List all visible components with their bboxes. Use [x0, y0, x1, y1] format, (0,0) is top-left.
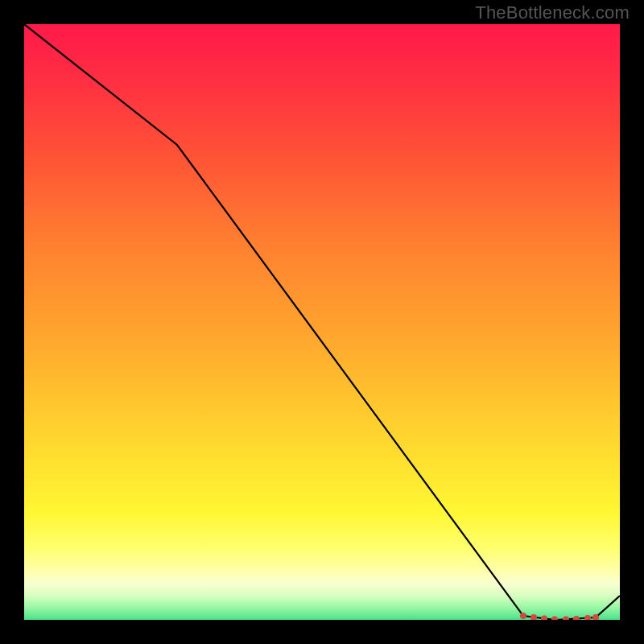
chart-container: TheBottleneck.com: [0, 0, 644, 644]
watermark-text: TheBottleneck.com: [475, 2, 630, 23]
curve-marker: [530, 614, 537, 620]
curve-marker: [520, 613, 526, 619]
curve-marker: [563, 617, 569, 621]
curve-marker: [551, 617, 558, 621]
curve-path: [24, 24, 620, 620]
plot-area: [24, 24, 620, 620]
curve-marker: [541, 616, 547, 621]
curve-marker: [573, 616, 580, 620]
curve-marker: [584, 615, 591, 620]
line-chart-svg: [24, 24, 620, 620]
